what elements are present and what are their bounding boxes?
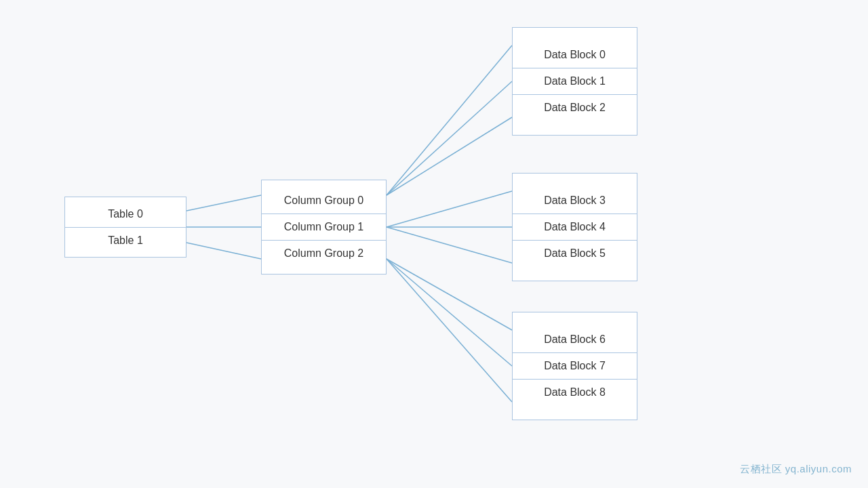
data-blocks-bot-node: Data Block 6 Data Block 7 Data Block 8	[512, 312, 637, 420]
data-block-2-label: Data Block 2	[513, 95, 637, 121]
svg-line-0	[186, 195, 261, 211]
data-blocks-mid-node: Data Block 3 Data Block 4 Data Block 5	[512, 173, 637, 281]
svg-line-11	[387, 259, 512, 402]
watermark: 云栖社区 yq.aliyun.com	[740, 463, 852, 476]
data-block-5-label: Data Block 5	[513, 241, 637, 266]
svg-line-3	[387, 45, 512, 195]
svg-line-4	[387, 81, 512, 195]
column-group-1-label: Column Group 1	[262, 214, 386, 241]
column-group-0-label: Column Group 0	[262, 188, 386, 214]
data-block-8-label: Data Block 8	[513, 380, 637, 405]
data-block-3-label: Data Block 3	[513, 188, 637, 214]
data-block-1-label: Data Block 1	[513, 68, 637, 95]
column-group-node: Column Group 0 Column Group 1 Column Gro…	[261, 180, 387, 274]
data-blocks-top-node: Data Block 0 Data Block 1 Data Block 2	[512, 27, 637, 136]
svg-line-8	[387, 227, 512, 263]
column-group-2-label: Column Group 2	[262, 241, 386, 266]
data-block-4-label: Data Block 4	[513, 214, 637, 241]
table-node: Table 0 Table 1	[64, 197, 186, 258]
table-1-label: Table 1	[65, 228, 186, 253]
svg-line-6	[387, 191, 512, 227]
data-block-7-label: Data Block 7	[513, 353, 637, 380]
data-block-6-label: Data Block 6	[513, 327, 637, 353]
svg-line-9	[387, 259, 512, 330]
svg-line-10	[387, 259, 512, 366]
svg-line-2	[186, 243, 261, 259]
table-0-label: Table 0	[65, 201, 186, 228]
diagram-container: Table 0 Table 1 Column Group 0 Column Gr…	[0, 0, 868, 488]
data-block-0-label: Data Block 0	[513, 42, 637, 68]
svg-line-5	[387, 117, 512, 195]
